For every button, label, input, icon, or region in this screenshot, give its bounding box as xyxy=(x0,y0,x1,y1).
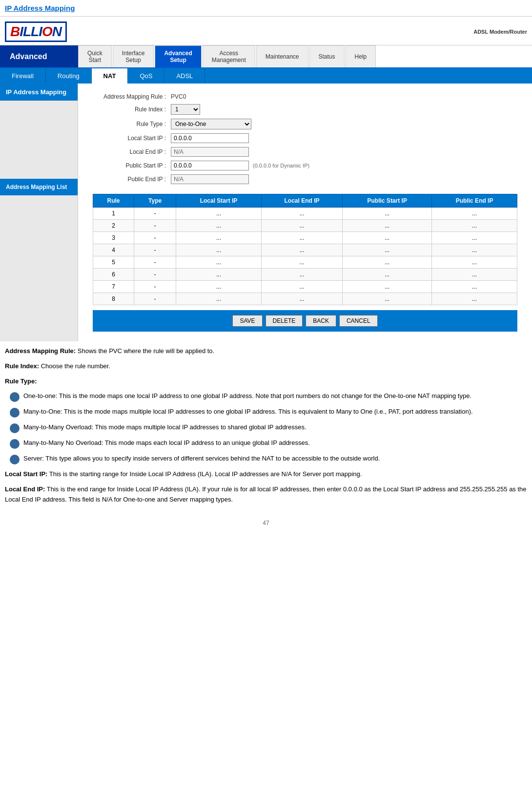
content-wrapper: IP Address Mapping Address Mapping List … xyxy=(0,84,532,341)
save-button[interactable]: SAVE xyxy=(232,315,262,327)
description-section: Address Mapping Rule: Shows the PVC wher… xyxy=(0,341,532,515)
back-button[interactable]: BACK xyxy=(306,315,336,327)
cell-local-end: ... xyxy=(261,208,342,220)
cell-public-end: ... xyxy=(432,256,517,269)
tab-maintenance[interactable]: Maintenance xyxy=(256,45,308,67)
cell-local-start: ... xyxy=(176,220,262,232)
address-mapping-rule-value: PVC0 xyxy=(171,93,186,100)
cell-public-end: ... xyxy=(432,220,517,232)
cell-rule: 6 xyxy=(93,269,134,281)
cell-local-end: ... xyxy=(261,232,342,244)
table-row: 2 - ... ... ... ... xyxy=(93,220,517,232)
cell-public-start: ... xyxy=(343,232,432,244)
delete-button[interactable]: DELETE xyxy=(266,315,303,327)
bullet-text: One-to-one: This is the mode maps one lo… xyxy=(23,391,471,402)
col-rule: Rule xyxy=(93,194,134,208)
cancel-button[interactable]: CANCEL xyxy=(339,315,378,327)
cell-local-start: ... xyxy=(176,232,262,244)
cell-type: - xyxy=(134,208,176,220)
cell-public-end: ... xyxy=(432,269,517,281)
sidebar: IP Address Mapping Address Mapping List xyxy=(0,84,78,341)
tab-help[interactable]: Help xyxy=(346,45,376,67)
local-end-ip-input[interactable] xyxy=(171,147,249,157)
form-row-address-mapping-rule: Address Mapping Rule : PVC0 xyxy=(93,93,517,100)
bullet-icon xyxy=(10,423,20,433)
cell-type: - xyxy=(134,269,176,281)
tab-status[interactable]: Status xyxy=(309,45,345,67)
cell-type: - xyxy=(134,220,176,232)
cell-local-start: ... xyxy=(176,269,262,281)
cell-local-end: ... xyxy=(261,281,342,293)
bullet-text: Many-to-Many No Overload: This mode maps… xyxy=(23,438,310,449)
public-end-ip-label: Public End IP : xyxy=(93,176,171,183)
cell-local-start: ... xyxy=(176,281,262,293)
page-title: IP Address Mapping xyxy=(0,0,532,14)
table-row: 7 - ... ... ... ... xyxy=(93,281,517,293)
rule-type-bullet-item: Many-to-Many Overload: This mode maps mu… xyxy=(5,422,527,433)
col-local-end: Local End IP xyxy=(261,194,342,208)
subnav-adsl[interactable]: ADSL xyxy=(164,68,205,84)
cell-public-end: ... xyxy=(432,232,517,244)
cell-rule: 1 xyxy=(93,208,134,220)
logo: BILLION xyxy=(5,21,67,42)
local-end-ip-label: Local End IP : xyxy=(93,148,171,155)
rule-index-label: Rule Index : xyxy=(93,106,171,113)
cell-local-start: ... xyxy=(176,293,262,305)
local-start-ip-input[interactable] xyxy=(171,133,249,143)
sidebar-item-ip-address-mapping[interactable]: IP Address Mapping xyxy=(0,84,78,101)
cell-public-end: ... xyxy=(432,281,517,293)
button-bar: SAVE DELETE BACK CANCEL xyxy=(93,310,517,332)
form-row-rule-index: Rule Index : 1 2 3 4 5 6 7 8 xyxy=(93,104,517,115)
subnav-nat[interactable]: NAT xyxy=(92,68,128,84)
cell-local-start: ... xyxy=(176,256,262,269)
cell-public-end: ... xyxy=(432,244,517,256)
public-start-ip-hint: (0.0.0.0 for Dynamic IP) xyxy=(253,163,309,168)
tab-quick-start[interactable]: QuickStart xyxy=(78,45,112,67)
cell-type: - xyxy=(134,281,176,293)
table-row: 3 - ... ... ... ... xyxy=(93,232,517,244)
rule-type-label: Rule Type : xyxy=(93,121,171,127)
cell-type: - xyxy=(134,256,176,269)
cell-rule: 8 xyxy=(93,293,134,305)
cell-public-end: ... xyxy=(432,293,517,305)
form-row-public-end-ip: Public End IP : xyxy=(93,174,517,184)
cell-public-start: ... xyxy=(343,208,432,220)
desc-rule-type: Rule Type: xyxy=(5,377,527,387)
subnav-firewall[interactable]: Firewall xyxy=(0,68,46,84)
cell-local-start: ... xyxy=(176,244,262,256)
sidebar-item-address-mapping-list[interactable]: Address Mapping List xyxy=(0,179,78,195)
bullet-text: Many-to-Many Overload: This mode maps mu… xyxy=(23,422,307,433)
cell-rule: 3 xyxy=(93,232,134,244)
desc-local-end-ip: Local End IP: This is the end range for … xyxy=(5,484,527,505)
cell-type: - xyxy=(134,293,176,305)
address-mapping-rule-label: Address Mapping Rule : xyxy=(93,93,171,100)
rule-type-bullet-item: One-to-one: This is the mode maps one lo… xyxy=(5,391,527,402)
cell-rule: 5 xyxy=(93,256,134,269)
form-row-rule-type: Rule Type : One-to-One Many-to-One Many-… xyxy=(93,119,517,129)
subnav-qos[interactable]: QoS xyxy=(128,68,164,84)
rule-index-select[interactable]: 1 2 3 4 5 6 7 8 xyxy=(171,104,200,115)
desc-rule-index: Rule Index: Choose the rule number. xyxy=(5,361,527,372)
col-local-start: Local Start IP xyxy=(176,194,262,208)
tab-interface-setup[interactable]: InterfaceSetup xyxy=(113,45,154,67)
cell-local-end: ... xyxy=(261,244,342,256)
public-start-ip-input[interactable] xyxy=(171,161,249,170)
main-form-area: Address Mapping Rule : PVC0 Rule Index :… xyxy=(78,84,532,341)
cell-local-start: ... xyxy=(176,208,262,220)
subnav-routing[interactable]: Routing xyxy=(46,68,92,84)
desc-address-mapping-rule: Address Mapping Rule: Shows the PVC wher… xyxy=(5,346,527,357)
cell-public-start: ... xyxy=(343,281,432,293)
tab-advanced-setup[interactable]: AdvancedSetup xyxy=(155,45,201,67)
table-row: 5 - ... ... ... ... xyxy=(93,256,517,269)
cell-public-start: ... xyxy=(343,220,432,232)
bullet-icon xyxy=(10,455,20,464)
public-end-ip-input[interactable] xyxy=(171,174,249,184)
form-row-public-start-ip: Public Start IP : (0.0.0.0 for Dynamic I… xyxy=(93,161,517,170)
cell-public-start: ... xyxy=(343,244,432,256)
tab-access-management[interactable]: AccessManagement xyxy=(203,45,255,67)
brand-tag: ADSL Modem/Router xyxy=(473,29,527,35)
cell-public-start: ... xyxy=(343,269,432,281)
rule-type-bullet-item: Many-to-One: This is the mode maps multi… xyxy=(5,407,527,418)
cell-public-start: ... xyxy=(343,256,432,269)
rule-type-select[interactable]: One-to-One Many-to-One Many-to-Many Over… xyxy=(171,119,251,129)
